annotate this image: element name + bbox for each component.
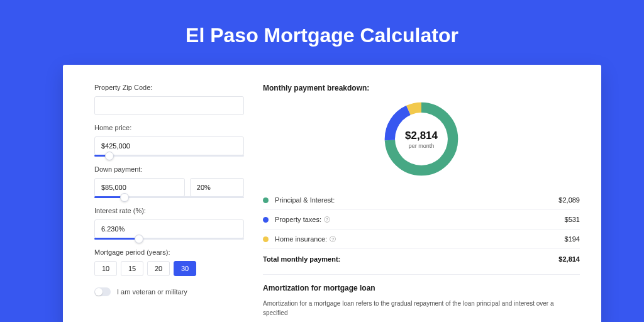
rate-slider-fill	[94, 238, 139, 240]
page-title: El Paso Mortgage Calculator	[0, 0, 644, 65]
legend-value: $194	[565, 235, 580, 243]
total-row: Total monthly payment: $2,814	[263, 248, 580, 272]
section-divider	[263, 274, 580, 275]
price-slider[interactable]	[94, 155, 244, 157]
period-field: Mortgage period (years): 10152030	[94, 248, 244, 276]
legend-row-1: Property taxes:?$531	[263, 209, 580, 229]
total-label: Total monthly payment:	[263, 255, 558, 263]
price-label: Home price:	[94, 124, 244, 131]
donut-amount: $2,814	[405, 130, 438, 142]
donut-chart: $2,814 per month	[384, 101, 459, 177]
period-options: 10152030	[94, 261, 244, 276]
price-field: Home price:	[94, 124, 244, 157]
total-value: $2,814	[558, 255, 580, 263]
period-option-10[interactable]: 10	[94, 261, 117, 276]
legend-dot-icon	[263, 197, 269, 203]
zip-label: Property Zip Code:	[94, 84, 244, 91]
veteran-toggle[interactable]	[94, 287, 111, 296]
breakdown-title: Monthly payment breakdown:	[263, 84, 580, 92]
info-icon[interactable]: ?	[330, 236, 336, 242]
period-option-30[interactable]: 30	[174, 261, 196, 276]
legend-value: $2,089	[558, 196, 580, 204]
form-column: Property Zip Code: Home price: Down paym…	[94, 84, 244, 322]
price-slider-thumb[interactable]	[105, 152, 114, 160]
legend-label: Home insurance:?	[275, 235, 565, 243]
legend-row-2: Home insurance:?$194	[263, 229, 580, 248]
donut-center: $2,814 per month	[395, 113, 448, 165]
legend-dot-icon	[263, 217, 269, 223]
zip-field: Property Zip Code:	[94, 84, 244, 115]
rate-field: Interest rate (%):	[94, 207, 244, 240]
donut-chart-wrap: $2,814 per month	[263, 101, 580, 177]
legend-dot-icon	[263, 236, 269, 242]
amortization-text: Amortization for a mortgage loan refers …	[263, 299, 580, 318]
legend-value: $531	[565, 216, 580, 223]
legend: Principal & Interest:$2,089Property taxe…	[263, 191, 580, 248]
veteran-row: I am veteran or military	[94, 287, 244, 296]
price-input[interactable]	[94, 136, 244, 155]
amortization-title: Amortization for mortgage loan	[263, 284, 580, 292]
legend-row-0: Principal & Interest:$2,089	[263, 191, 580, 209]
downpayment-label: Down payment:	[94, 165, 244, 173]
period-option-15[interactable]: 15	[121, 261, 143, 276]
veteran-label: I am veteran or military	[117, 288, 187, 296]
rate-slider-thumb[interactable]	[135, 235, 143, 243]
donut-sub: per month	[409, 143, 435, 149]
downpayment-percent-input[interactable]	[190, 178, 244, 197]
legend-label: Principal & Interest:	[275, 196, 558, 204]
zip-input[interactable]	[94, 96, 244, 115]
downpayment-amount-input[interactable]	[94, 178, 185, 197]
calculator-card: Property Zip Code: Home price: Down paym…	[63, 65, 601, 322]
downpayment-field: Down payment:	[94, 165, 244, 198]
info-icon[interactable]: ?	[324, 216, 330, 223]
period-label: Mortgage period (years):	[94, 248, 244, 256]
legend-label: Property taxes:?	[275, 216, 565, 223]
rate-label: Interest rate (%):	[94, 207, 244, 214]
rate-slider[interactable]	[94, 238, 244, 240]
rate-input[interactable]	[94, 219, 244, 238]
breakdown-column: Monthly payment breakdown: $2,814 per mo…	[263, 84, 580, 322]
downpayment-slider[interactable]	[94, 196, 244, 198]
downpayment-slider-thumb[interactable]	[120, 193, 129, 202]
period-option-20[interactable]: 20	[147, 261, 170, 276]
